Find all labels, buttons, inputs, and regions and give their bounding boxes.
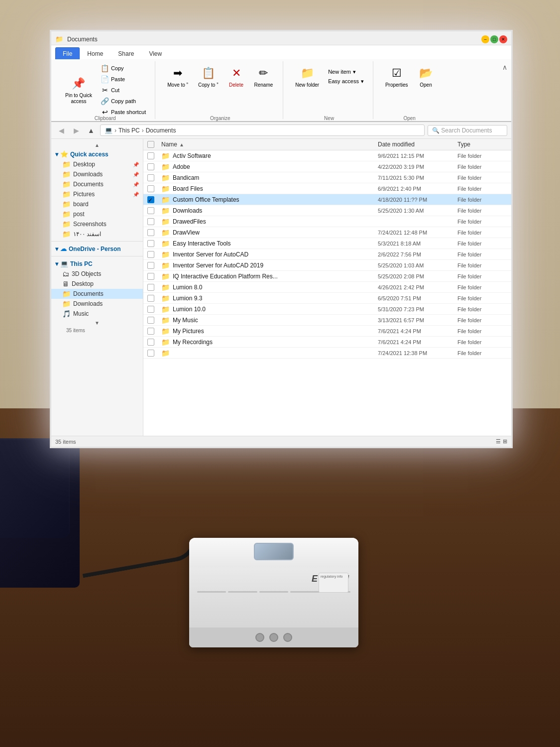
checkbox[interactable] xyxy=(147,185,154,192)
row-checkbox[interactable] xyxy=(147,317,161,324)
row-checkbox[interactable] xyxy=(147,163,161,170)
row-checkbox[interactable]: ✓ xyxy=(147,196,161,203)
sidebar-item-music[interactable]: 🎵 Music xyxy=(51,309,143,319)
checkbox[interactable] xyxy=(147,229,154,236)
sidebar-item-3d-objects[interactable]: 🗂 3D Objects xyxy=(51,269,143,279)
checkbox[interactable] xyxy=(147,295,154,302)
list-view-button[interactable]: ☰ xyxy=(496,438,501,445)
row-checkbox[interactable] xyxy=(147,350,161,357)
table-row[interactable]: 📁Lumion 8.04/26/2021 2:42 PMFile folder xyxy=(143,282,511,293)
sidebar-item-persian-date[interactable]: 📁 ۱۴۰۰ اسفند xyxy=(51,229,143,239)
projector-button-2[interactable] xyxy=(269,633,278,642)
tab-home[interactable]: Home xyxy=(80,47,111,59)
copy-path-button[interactable]: 🔗 Copy path xyxy=(98,96,149,106)
new-folder-button[interactable]: 📁 New folder xyxy=(291,63,323,90)
search-input[interactable]: 🔍 Search Documents xyxy=(428,125,507,136)
table-row[interactable]: 📁Board Files6/9/2021 2:40 PMFile folder xyxy=(143,183,511,194)
table-row[interactable]: 📁Lumion 10.05/31/2020 7:23 PMFile folder xyxy=(143,304,511,315)
nav-scroll-up[interactable]: ▲ xyxy=(51,141,143,149)
row-checkbox[interactable] xyxy=(147,218,161,225)
row-checkbox[interactable] xyxy=(147,339,161,346)
grid-view-button[interactable]: ⊞ xyxy=(503,438,507,445)
table-row[interactable]: 📁DrawedFilesFile folder xyxy=(143,216,511,227)
copy-button[interactable]: 📋 Copy xyxy=(98,63,149,73)
row-checkbox[interactable] xyxy=(147,229,161,236)
move-to-button[interactable]: ➡ Move to ” xyxy=(163,63,192,90)
table-row[interactable]: 📁My Pictures7/6/2021 4:24 PMFile folder xyxy=(143,326,511,337)
properties-button[interactable]: ☑ Properties xyxy=(381,63,412,90)
row-checkbox[interactable] xyxy=(147,207,161,214)
onedrive-header[interactable]: ▾ ☁ OneDrive - Person xyxy=(51,244,143,254)
checkbox[interactable] xyxy=(147,163,154,170)
type-column-header[interactable]: Type xyxy=(457,141,507,148)
path-documents[interactable]: Documents xyxy=(146,127,176,134)
table-row[interactable]: 📁7/24/2021 12:38 PMFile folder xyxy=(143,348,511,359)
checkbox[interactable]: ✓ xyxy=(147,196,154,203)
checkbox[interactable] xyxy=(147,350,154,357)
sidebar-item-screenshots[interactable]: 📁 Screenshots xyxy=(51,219,143,229)
nav-scroll-down[interactable]: ▼ xyxy=(51,319,143,327)
table-row[interactable]: 📁Lumion 9.36/5/2020 7:51 PMFile folder xyxy=(143,293,511,304)
projector-button-1[interactable] xyxy=(255,633,264,642)
table-row[interactable]: 📁Inventor Server for AutoCAD 20195/25/20… xyxy=(143,260,511,271)
this-pc-header[interactable]: ▾ 💻 This PC xyxy=(51,258,143,269)
table-row[interactable]: 📁Adobe4/22/2020 3:19 PMFile folder xyxy=(143,161,511,172)
table-row[interactable]: 📁My Music3/13/2021 6:57 PMFile folder xyxy=(143,315,511,326)
close-button[interactable]: ✕ xyxy=(499,35,507,43)
row-checkbox[interactable] xyxy=(147,328,161,335)
tab-file[interactable]: File xyxy=(55,47,80,59)
paste-button[interactable]: 📄 Paste xyxy=(98,74,149,84)
table-row[interactable]: 📁Activ Software9/6/2021 12:15 PMFile fol… xyxy=(143,150,511,161)
maximize-button[interactable]: □ xyxy=(490,35,498,43)
quick-access-header[interactable]: ▾ ⭐ Quick access xyxy=(51,149,143,159)
row-checkbox[interactable] xyxy=(147,152,161,159)
date-column-header[interactable]: Date modified xyxy=(378,141,457,148)
sidebar-item-documents-pc[interactable]: 📁 Documents xyxy=(51,289,143,299)
copy-to-button[interactable]: 📋 Copy to ” xyxy=(194,63,223,90)
sidebar-item-pictures-quick[interactable]: 📁 Pictures 📌 xyxy=(51,189,143,199)
rename-button[interactable]: ✏ Rename xyxy=(250,63,277,90)
forward-button[interactable]: ▶ xyxy=(70,124,82,136)
back-button[interactable]: ◀ xyxy=(55,124,67,136)
row-checkbox[interactable] xyxy=(147,251,161,258)
easy-access-button[interactable]: Easy access ▾ xyxy=(325,77,367,86)
path-this-pc[interactable]: This PC xyxy=(118,127,140,134)
tab-share[interactable]: Share xyxy=(111,47,141,59)
delete-button[interactable]: ✕ Delete xyxy=(224,63,248,90)
table-row[interactable]: 📁Bandicam7/11/2021 5:30 PMFile folder xyxy=(143,172,511,183)
checkbox[interactable] xyxy=(147,339,154,346)
sidebar-item-downloads-quick[interactable]: 📁 Downloads 📌 xyxy=(51,169,143,179)
table-row[interactable]: 📁IQ Interactive Education Platform Res..… xyxy=(143,271,511,282)
checkbox[interactable] xyxy=(147,240,154,247)
checkbox[interactable] xyxy=(147,273,154,280)
table-row[interactable]: 📁Inventor Server for AutoCAD2/6/2022 7:5… xyxy=(143,249,511,260)
pin-to-quick-button[interactable]: 📌 Pin to Quickaccess xyxy=(61,74,96,107)
sidebar-item-post[interactable]: 📁 post xyxy=(51,209,143,219)
row-checkbox[interactable] xyxy=(147,185,161,192)
table-row[interactable]: ✓📁Custom Office Templates4/18/2020 11:??… xyxy=(143,194,511,205)
table-row[interactable]: 📁Easy Interactive Tools5/3/2021 8:18 AMF… xyxy=(143,238,511,249)
checkbox[interactable] xyxy=(147,284,154,291)
sidebar-item-desktop-pc[interactable]: 🖥 Desktop xyxy=(51,279,143,289)
row-checkbox[interactable] xyxy=(147,262,161,269)
row-checkbox[interactable] xyxy=(147,284,161,291)
checkbox[interactable] xyxy=(147,251,154,258)
checkbox[interactable] xyxy=(147,262,154,269)
row-checkbox[interactable] xyxy=(147,174,161,181)
checkbox[interactable] xyxy=(147,328,154,335)
row-checkbox[interactable] xyxy=(147,295,161,302)
sidebar-item-downloads-pc[interactable]: 📁 Downloads xyxy=(51,299,143,309)
open-button[interactable]: 📂 Open xyxy=(414,63,438,90)
checkbox[interactable] xyxy=(147,174,154,181)
tab-view[interactable]: View xyxy=(141,47,169,59)
minimize-button[interactable]: – xyxy=(481,35,489,43)
sidebar-item-board[interactable]: 📁 board xyxy=(51,199,143,209)
sidebar-item-documents-quick[interactable]: 📁 Documents 📌 xyxy=(51,179,143,189)
ribbon-collapse[interactable]: ∧ xyxy=(502,61,507,119)
up-button[interactable]: ▲ xyxy=(85,124,97,136)
table-row[interactable]: 📁DrawView7/24/2021 12:48 PMFile folder xyxy=(143,227,511,238)
checkbox[interactable] xyxy=(147,218,154,225)
new-item-button[interactable]: New item ▾ xyxy=(325,68,367,76)
address-path[interactable]: 💻 › This PC › Documents xyxy=(100,124,425,136)
check-all-column[interactable] xyxy=(147,141,161,148)
